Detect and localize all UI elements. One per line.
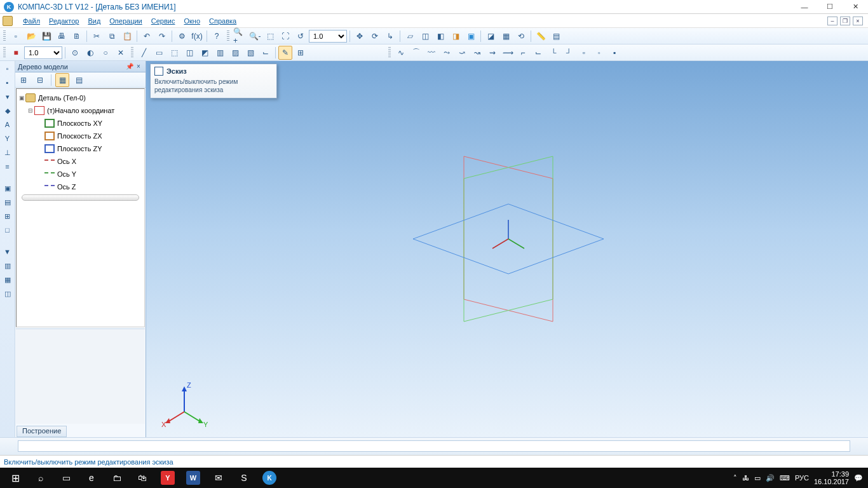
panel-filter-icon[interactable]: ▼ <box>1 245 14 258</box>
sketch-button[interactable]: ✎ <box>278 46 292 60</box>
property-field[interactable] <box>18 440 850 452</box>
panel-report-icon[interactable]: ▦ <box>1 273 14 286</box>
button-g[interactable]: ⌙ <box>259 46 273 60</box>
line-button[interactable]: ╱ <box>137 46 151 60</box>
zoom-window-button[interactable]: ⬚ <box>263 29 277 43</box>
snap-intersect-button[interactable]: ✕ <box>114 46 128 60</box>
panel-elem-icon[interactable]: □ <box>1 224 14 236</box>
panel-array-icon[interactable]: ⊞ <box>1 210 14 222</box>
menu-window[interactable]: Окно <box>180 16 204 26</box>
help-button[interactable]: ? <box>210 29 224 43</box>
arc-button[interactable]: ⌒ <box>409 46 423 60</box>
curve5-button[interactable]: ⇝ <box>485 46 499 60</box>
tree-close-icon[interactable]: × <box>134 62 143 71</box>
preview-button[interactable]: 🗎 <box>70 29 84 43</box>
kompas-task-icon[interactable]: K <box>257 468 282 488</box>
taskview-button[interactable]: ▭ <box>53 468 79 488</box>
word-icon[interactable]: W <box>180 468 206 488</box>
zoom-in-button[interactable]: 🔍+ <box>233 29 247 43</box>
panel-lib-icon[interactable]: ◫ <box>1 287 14 300</box>
yandex-icon[interactable]: Y <box>155 468 180 488</box>
tray-network-icon[interactable]: 🖧 <box>742 474 749 482</box>
tree-pin-icon[interactable]: 📌 <box>125 62 134 71</box>
snap-end-button[interactable]: ⊙ <box>68 46 82 60</box>
panel-body-icon[interactable]: ▣ <box>1 182 14 194</box>
mdi-document-icon[interactable] <box>3 16 13 26</box>
panel-text-icon[interactable]: A <box>1 118 14 131</box>
tree-root[interactable]: ▣ Деталь (Тел-0) <box>18 92 143 104</box>
render-button[interactable]: ▤ <box>549 29 563 43</box>
tree-origin[interactable]: ⊟ (т)Начало координат <box>18 104 143 117</box>
save-button[interactable]: 💾 <box>39 29 53 43</box>
tree-item[interactable]: Ось Z <box>18 180 143 193</box>
mdi-minimize[interactable]: – <box>827 17 837 25</box>
print-button[interactable]: 🖶 <box>55 29 69 43</box>
tray-volume-icon[interactable]: 🔊 <box>766 474 775 482</box>
tree-btn4[interactable]: ▤ <box>72 73 86 87</box>
pan-button[interactable]: ✥ <box>353 29 367 43</box>
button-e[interactable]: ▨ <box>228 46 242 60</box>
measure-button[interactable]: 📏 <box>534 29 548 43</box>
scale-combo[interactable]: 1.0 <box>309 30 347 43</box>
panel-param-icon[interactable]: ⊥ <box>1 146 14 159</box>
corner2-button[interactable]: ⌙ <box>531 46 545 60</box>
zoom-fit-button[interactable]: ⛶ <box>278 29 292 43</box>
properties-button[interactable]: ⚙ <box>175 29 189 43</box>
menu-help[interactable]: Справка <box>205 16 240 26</box>
snap-center-button[interactable]: ○ <box>98 46 112 60</box>
rotate-button[interactable]: ⟳ <box>368 29 382 43</box>
snap-mid-button[interactable]: ◐ <box>83 46 97 60</box>
rect-button[interactable]: ▭ <box>152 46 166 60</box>
maximize-button[interactable]: ☐ <box>817 0 843 14</box>
menu-operations[interactable]: Операции <box>105 16 146 26</box>
panel-geom-icon[interactable]: ▫ <box>1 62 14 75</box>
button-a[interactable]: ⬚ <box>167 46 181 60</box>
search-button[interactable]: ⌕ <box>28 468 53 488</box>
button-f[interactable]: ▧ <box>243 46 257 60</box>
tree-item[interactable]: Плоскость ZX <box>18 130 143 142</box>
corner4-button[interactable]: ┘ <box>562 46 576 60</box>
perspective-button[interactable]: ▣ <box>464 29 478 43</box>
step-combo[interactable]: 1.0 <box>24 46 62 59</box>
redo-button[interactable]: ↷ <box>155 29 169 43</box>
button-c[interactable]: ◩ <box>198 46 212 60</box>
panel-surf-icon[interactable]: ◆ <box>1 104 14 117</box>
explorer-icon[interactable]: 🗀 <box>104 468 130 488</box>
variables-button[interactable]: f(x) <box>190 29 204 43</box>
shaded-edges-button[interactable]: ◨ <box>449 29 463 43</box>
misc2-button[interactable]: ◦ <box>592 46 606 60</box>
skype-icon[interactable]: S <box>231 468 257 488</box>
store-icon[interactable]: 🛍 <box>130 468 155 488</box>
tree-item[interactable]: Плоскость XY <box>18 117 143 130</box>
edge-icon[interactable]: e <box>79 468 104 488</box>
spline-button[interactable]: ∿ <box>394 46 408 60</box>
button-d[interactable]: ▥ <box>213 46 227 60</box>
rebuild-button[interactable]: ⟲ <box>514 29 528 43</box>
panel-spec-icon[interactable]: ▥ <box>1 259 14 272</box>
tree-item[interactable]: Плоскость ZY <box>18 142 143 155</box>
tree-btn3[interactable]: ▦ <box>55 73 69 87</box>
simplify-button[interactable]: ▦ <box>499 29 513 43</box>
tree-btn1[interactable]: ⊞ <box>17 73 31 87</box>
menu-view[interactable]: Вид <box>84 16 104 26</box>
misc1-button[interactable]: ▫ <box>577 46 591 60</box>
tree-hscroll[interactable] <box>22 194 139 201</box>
tree-item[interactable]: Ось Y <box>18 168 143 180</box>
menu-service[interactable]: Сервис <box>147 16 179 26</box>
tree-btn2[interactable]: ⊟ <box>33 73 47 87</box>
zoom-out-button[interactable]: 🔍- <box>248 29 262 43</box>
panel-sheet-icon[interactable]: ▤ <box>1 196 14 208</box>
tray-clock[interactable]: 17:39 16.10.2017 <box>814 470 849 485</box>
misc3-button[interactable]: ▪ <box>607 46 621 60</box>
mdi-restore[interactable]: ❐ <box>840 17 850 25</box>
panel-aux-icon[interactable]: Y <box>1 132 14 145</box>
shaded-button[interactable]: ◧ <box>433 29 447 43</box>
tree-body[interactable]: ▣ Деталь (Тел-0) ⊟ (т)Начало координат П… <box>16 88 145 327</box>
paste-button[interactable]: 📋 <box>120 29 134 43</box>
tree-item[interactable]: Ось X <box>18 155 143 168</box>
zoom-prev-button[interactable]: ↺ <box>294 29 308 43</box>
corner1-button[interactable]: ⌐ <box>516 46 530 60</box>
curve6-button[interactable]: ⟿ <box>501 46 515 60</box>
hidden-button[interactable]: ◫ <box>418 29 432 43</box>
tree-tab-build[interactable]: Построение <box>17 426 67 437</box>
